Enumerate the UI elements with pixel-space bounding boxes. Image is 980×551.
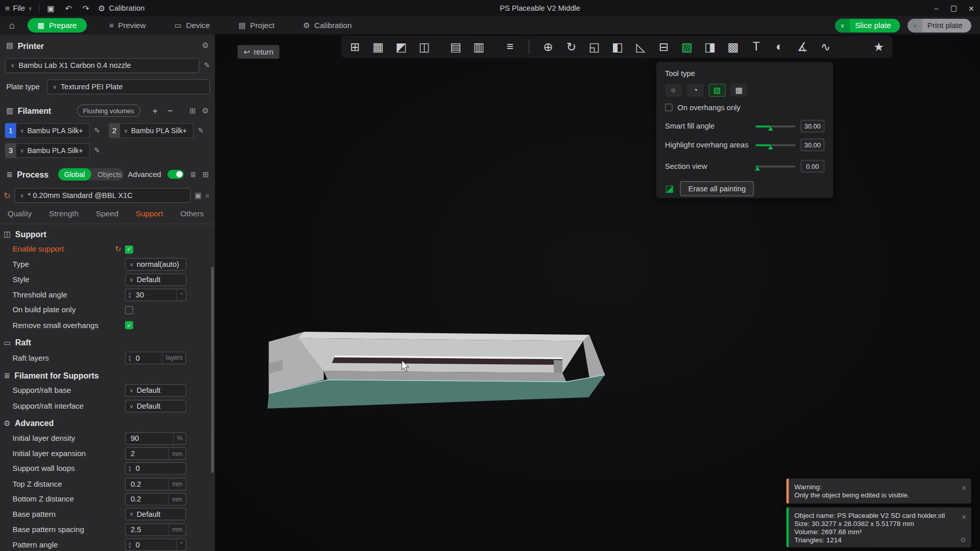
select[interactable]: ∨Default <box>125 399 186 412</box>
import-icon[interactable]: ▤ <box>448 39 463 55</box>
filament-index-badge[interactable]: 1 <box>5 123 16 138</box>
erase-all-painting-button[interactable]: Erase all painting <box>680 181 754 196</box>
mesh-boolean-icon[interactable]: ◨ <box>702 39 717 55</box>
select[interactable]: ∨Default <box>125 384 186 396</box>
slider-value[interactable]: 30.00 <box>801 120 825 132</box>
spinner-arrows[interactable]: ∧∨ <box>126 541 134 547</box>
close-button[interactable]: × <box>963 0 980 16</box>
auto-arrange-icon[interactable]: ★ <box>871 39 886 55</box>
paste-icon[interactable]: ▥ <box>471 39 486 55</box>
scope-global-button[interactable]: Global <box>58 168 91 180</box>
slider-value[interactable]: 0.00 <box>801 160 825 172</box>
viewport-3d[interactable] <box>215 34 980 551</box>
flush-matrix-icon[interactable]: ⊞ <box>189 106 195 115</box>
nav-tab-preview[interactable]: ≡Preview <box>103 18 152 33</box>
add-filament-button[interactable]: + <box>151 106 159 116</box>
spin-down-icon[interactable]: ∨ <box>128 469 131 472</box>
input[interactable]: 0.2mm <box>125 493 186 505</box>
spin-down-icon[interactable]: ∨ <box>128 295 131 298</box>
fill-tool-icon[interactable]: ▨ <box>709 84 726 97</box>
printer-select[interactable]: ∨ Bambu Lab X1 Carbon 0.4 nozzle <box>5 58 200 73</box>
filament-index-badge[interactable]: 2 <box>109 123 120 138</box>
undo-icon[interactable]: ↶ <box>63 4 74 13</box>
search-icon[interactable]: ⌕ <box>206 190 210 201</box>
sphere-tool-icon[interactable]: ◔ <box>687 84 704 97</box>
variable-layer-icon[interactable]: ≡ <box>502 39 517 55</box>
edit-printer-icon[interactable]: ✎ <box>204 61 210 70</box>
edit-filament-icon[interactable]: ✎ <box>94 146 100 155</box>
process-tab-support[interactable]: Support <box>136 209 163 218</box>
filament-select[interactable]: ∨Bambu PLA Silk+ <box>120 123 193 138</box>
edit-filament-icon[interactable]: ✎ <box>94 126 100 135</box>
param-list-icon[interactable]: ≣ <box>190 170 196 179</box>
slider-track[interactable] <box>755 126 795 128</box>
on-overhangs-checkbox[interactable] <box>665 104 673 111</box>
color-paint-icon[interactable]: ◐ <box>772 39 787 55</box>
titlebar-calibration[interactable]: ⚙ Calibration <box>98 4 145 13</box>
slice-plate-button[interactable]: ∨ Slice plate <box>835 18 900 32</box>
spinner[interactable]: ∧∨0° <box>125 538 186 550</box>
slider-thumb[interactable] <box>768 127 773 130</box>
spinner[interactable]: ∧∨0 <box>125 463 186 475</box>
filament-select[interactable]: ∨Bambu PLA Silk+ <box>16 143 90 158</box>
preset-modified-icon[interactable]: ↻ <box>4 191 10 200</box>
print-plate-button[interactable]: ∨ Print plate <box>908 18 971 32</box>
slider-track[interactable] <box>755 144 795 146</box>
nav-tab-calibration[interactable]: ⚙Calibration <box>297 18 358 33</box>
select[interactable]: ∨normal(auto) <box>125 258 186 270</box>
mirror-icon[interactable]: ◧ <box>610 39 625 55</box>
split-object-icon[interactable]: ⊟ <box>656 39 671 55</box>
file-menu[interactable]: ≡ File ∨ <box>5 4 32 13</box>
eraser-icon[interactable]: ◪ <box>665 183 674 194</box>
close-icon[interactable]: × <box>962 484 966 493</box>
save-icon[interactable]: ▣ <box>45 4 57 13</box>
plate-type-select[interactable]: ∨ Textured PEI Plate <box>47 80 210 94</box>
param-grid-icon[interactable]: ⊞ <box>203 170 209 179</box>
maximize-button[interactable]: ▢ <box>945 0 962 16</box>
process-tab-quality[interactable]: Quality <box>8 209 32 218</box>
gap-fill-tool-icon[interactable]: ▦ <box>730 84 747 97</box>
return-button[interactable]: ↩ return <box>237 45 280 59</box>
scale-icon[interactable]: ◱ <box>587 39 602 55</box>
spinner[interactable]: ∧∨30° <box>125 289 186 301</box>
select[interactable]: ∨Default <box>125 508 186 520</box>
nav-tab-device[interactable]: ▭Device <box>168 18 216 33</box>
process-tab-strength[interactable]: Strength <box>49 209 79 218</box>
scope-objects-button[interactable]: Objects <box>91 168 124 180</box>
filament-index-badge[interactable]: 3 <box>5 143 16 158</box>
input[interactable]: 2.5mm <box>125 523 186 536</box>
spinner-arrows[interactable]: ∧∨ <box>126 292 134 298</box>
lay-on-face-icon[interactable]: ◺ <box>633 39 648 55</box>
sidebar-scrollbar[interactable] <box>211 267 214 473</box>
spin-down-icon[interactable]: ∨ <box>128 358 131 361</box>
split-to-plates-icon[interactable]: ◫ <box>417 39 432 55</box>
gear-icon[interactable]: ⚙ <box>960 536 966 544</box>
assembly-view-icon[interactable]: ▩ <box>726 39 741 55</box>
checkbox[interactable]: ✓ <box>125 245 133 254</box>
move-icon[interactable]: ⊕ <box>541 39 555 55</box>
minimize-button[interactable]: – <box>927 0 945 16</box>
process-tab-others[interactable]: Others <box>180 209 204 218</box>
model-3d[interactable] <box>262 325 612 416</box>
arrange-icon[interactable]: ▦ <box>371 39 385 55</box>
flushing-volumes-button[interactable]: Flushing volumes <box>77 104 140 116</box>
select[interactable]: ∨Default <box>125 273 186 286</box>
reset-icon[interactable]: ↻ <box>115 245 121 254</box>
input[interactable]: 90% <box>125 432 186 444</box>
input[interactable]: 2mm <box>125 447 186 460</box>
circle-tool-icon[interactable]: ○ <box>665 84 682 97</box>
slider-track[interactable] <box>755 165 795 167</box>
input[interactable]: 0.2mm <box>125 478 186 490</box>
process-tab-speed[interactable]: Speed <box>96 209 118 218</box>
advanced-toggle[interactable] <box>167 170 184 179</box>
nav-tab-prepare[interactable]: ▦Prepare <box>28 18 87 33</box>
slider-value[interactable]: 30.00 <box>801 139 825 151</box>
spinner-arrows[interactable]: ∧∨ <box>126 355 134 361</box>
auto-orient-icon[interactable]: ◩ <box>394 39 408 55</box>
slice-dropdown-icon[interactable]: ∨ <box>835 18 850 32</box>
checkbox[interactable]: ✓ <box>125 321 133 330</box>
print-dropdown-icon[interactable]: ∨ <box>908 18 922 32</box>
process-preset-select[interactable]: ∨ * 0.20mm Standard @BBL X1C <box>14 188 191 203</box>
add-plate-icon[interactable]: ⊞ <box>348 39 362 55</box>
save-preset-icon[interactable]: ▣ <box>194 191 202 200</box>
